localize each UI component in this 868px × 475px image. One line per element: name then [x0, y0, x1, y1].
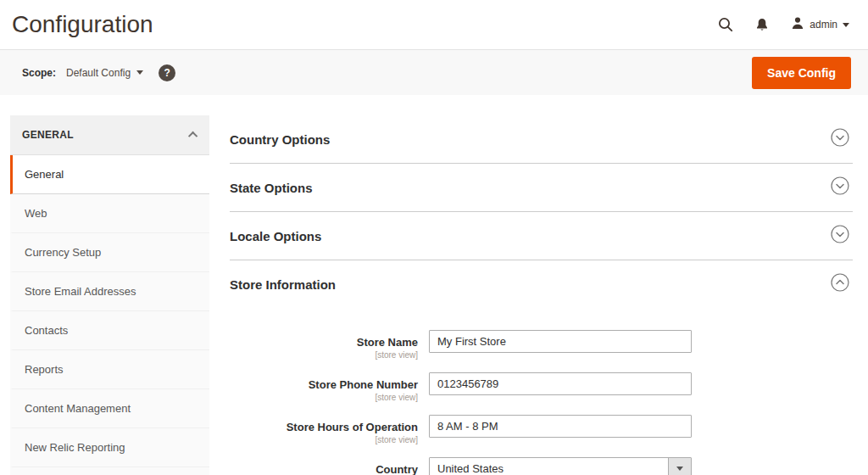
sidebar-section-general[interactable]: GENERAL: [10, 115, 209, 155]
field-label-wrap: Store Hours of Operation [store view]: [230, 415, 429, 444]
scope-bar: Scope: Default Config ? Save Config: [0, 49, 868, 95]
form-row-store-phone: Store Phone Number [store view]: [230, 372, 853, 402]
field-label-wrap: Country [website]: [230, 457, 429, 475]
field-input-wrap: [429, 372, 692, 395]
form-row-store-name: Store Name [store view]: [230, 330, 853, 360]
chevron-down-icon: [843, 23, 849, 27]
field-label: Store Hours of Operation: [287, 421, 418, 433]
notifications-bell-icon[interactable]: [755, 18, 769, 32]
field-input-wrap: United States: [429, 457, 692, 475]
sidebar-item-content-management[interactable]: Content Management: [10, 389, 209, 428]
sidebar-item-web[interactable]: Web: [10, 194, 209, 233]
chevron-down-circle-icon: [831, 128, 849, 150]
country-select-value: United States: [430, 458, 668, 475]
field-input-wrap: [429, 330, 692, 353]
scope-label: Scope:: [22, 67, 56, 79]
form-row-country: Country [website] United States: [230, 457, 853, 475]
section-store-information[interactable]: Store Information: [230, 260, 853, 308]
field-scope-note: [store view]: [230, 350, 418, 360]
sidebar-item-contacts[interactable]: Contacts: [10, 311, 209, 350]
caret-down-icon: [676, 467, 683, 471]
store-phone-input[interactable]: [429, 372, 692, 395]
chevron-down-icon: [136, 70, 143, 75]
field-label: Store Phone Number: [309, 378, 418, 391]
field-label: Country: [376, 463, 418, 475]
chevron-down-circle-icon: [831, 176, 849, 198]
header-actions: admin: [718, 16, 849, 33]
help-icon[interactable]: ?: [159, 64, 175, 81]
sidebar-item-store-email-addresses[interactable]: Store Email Addresses: [10, 272, 209, 311]
section-title: State Options: [230, 181, 313, 195]
chevron-up-icon: [188, 131, 198, 141]
field-label: Store Name: [357, 336, 418, 349]
chevron-down-circle-icon: [831, 225, 849, 247]
search-icon[interactable]: [718, 17, 733, 32]
chevron-up-circle-icon: [831, 273, 849, 295]
page-header: Configuration admin: [0, 0, 868, 49]
form-row-store-hours: Store Hours of Operation [store view]: [230, 415, 853, 444]
section-locale-options[interactable]: Locale Options: [230, 212, 853, 260]
store-hours-input[interactable]: [429, 415, 692, 438]
section-title: Locale Options: [230, 229, 321, 243]
store-name-input[interactable]: [429, 330, 692, 353]
config-sidebar: GENERAL General Web Currency Setup Store…: [10, 115, 209, 475]
scope-value: Default Config: [66, 67, 131, 79]
sidebar-item-reports[interactable]: Reports: [10, 350, 209, 389]
field-scope-note: [store view]: [230, 435, 418, 444]
store-information-form: Store Name [store view] Store Phone Numb…: [230, 330, 853, 475]
section-state-options[interactable]: State Options: [230, 164, 853, 212]
config-main-panel: Country Options State Options Locale Opt…: [230, 115, 853, 475]
field-input-wrap: [429, 415, 692, 438]
section-country-options[interactable]: Country Options: [230, 115, 853, 164]
content-area: GENERAL General Web Currency Setup Store…: [0, 95, 868, 475]
sidebar-section-title: GENERAL: [22, 129, 74, 141]
sidebar-nav: General Web Currency Setup Store Email A…: [10, 155, 209, 467]
sidebar-item-new-relic-reporting[interactable]: New Relic Reporting: [10, 428, 209, 467]
sidebar-item-general[interactable]: General: [10, 155, 209, 194]
select-dropdown-button[interactable]: [668, 458, 691, 475]
field-label-wrap: Store Name [store view]: [230, 330, 429, 360]
section-title: Country Options: [230, 132, 330, 147]
field-label-wrap: Store Phone Number [store view]: [230, 372, 429, 402]
admin-user-label: admin: [810, 19, 837, 31]
country-select[interactable]: United States: [429, 457, 692, 475]
admin-user-menu[interactable]: admin: [791, 16, 849, 33]
sidebar-item-currency-setup[interactable]: Currency Setup: [10, 233, 209, 272]
page-title: Configuration: [12, 11, 153, 38]
scope-switcher[interactable]: Default Config: [66, 67, 143, 79]
user-icon: [791, 16, 804, 33]
field-scope-note: [store view]: [230, 393, 418, 402]
save-config-button[interactable]: Save Config: [752, 57, 851, 89]
section-title: Store Information: [230, 277, 336, 292]
